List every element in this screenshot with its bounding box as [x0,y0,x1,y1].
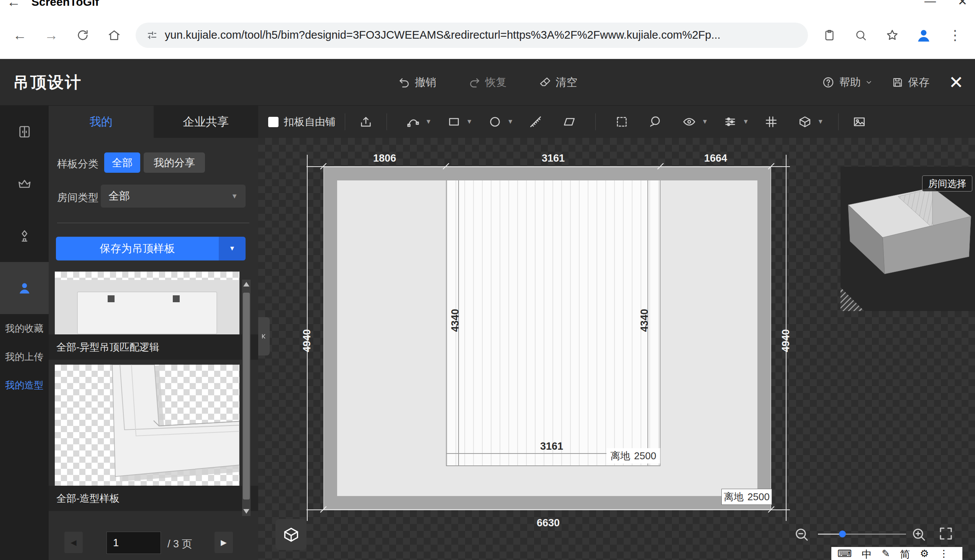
zoom-slider-thumb[interactable] [839,530,846,537]
profile-avatar[interactable] [914,25,933,45]
category-my-share-chip[interactable]: 我的分享 [144,152,205,173]
zoom-slider[interactable] [818,533,906,535]
window-minimize-icon[interactable]: — [925,0,936,8]
vip-crown-icon[interactable] [0,158,49,210]
app-root: ← ScreenToGif — ✕ ← → yun.kujiale.com/to… [0,0,975,560]
dim-inner-left: 4340 [449,298,461,343]
decor-model-icon[interactable] [0,210,49,262]
rail-item-my-models[interactable]: 我的造型 [0,371,49,399]
tab-enterprise-share[interactable]: 企业共享 [153,106,258,138]
chevron-down-icon [865,78,873,86]
window-titlebar: ← ScreenToGif — ✕ [0,0,975,12]
dim-top-mid: 3161 [527,152,580,164]
browser-menu-icon[interactable]: ⋮ [945,25,965,45]
close-icon[interactable]: ✕ [948,72,963,93]
save-as-template-button[interactable]: 保存为吊顶样板 [56,237,219,260]
grid-icon[interactable] [760,110,783,133]
scroll-up-arrow[interactable] [243,282,249,287]
dim-top-right: 1664 [689,152,742,164]
browser-home-icon[interactable] [104,25,124,45]
template-thumbnail-molding[interactable] [55,365,240,486]
ime-settings-icon[interactable]: ⚙ [920,548,928,560]
canvas-toolbar: 扣板自由铺 ▼ ▼ ▼ [258,106,975,138]
levels-tool[interactable]: ▼ [719,110,749,133]
circle-tool[interactable]: ▼ [483,110,514,133]
dim-line-bottom [307,510,790,510]
ime-toolbar[interactable]: ⌨ 中 ✎ 简 ⚙ ⋮ [831,547,962,560]
scrollbar-thumb[interactable] [243,293,250,500]
visibility-tool[interactable]: ▼ [678,110,708,133]
room-select-button[interactable]: 房间选择 [922,175,972,192]
image-icon[interactable] [848,110,871,133]
clipboard-icon[interactable] [820,25,839,45]
scroll-down-arrow[interactable] [243,509,249,513]
fit-screen-icon[interactable] [937,525,955,542]
measure-ruler-icon[interactable] [524,110,547,133]
room-type-value: 全部 [108,189,130,203]
page-number-input[interactable] [107,532,161,554]
chevron-down-icon: ▼ [742,118,749,126]
browser-forward-icon[interactable]: → [42,25,61,45]
save-template-dropdown-arrow[interactable]: ▼ [219,237,245,260]
furniture-library-icon[interactable] [0,106,49,158]
panel-scrollbar[interactable] [242,280,250,516]
redo-button[interactable]: 恢复 [468,75,507,90]
material-tool[interactable]: ▼ [793,110,824,133]
marquee-select-icon[interactable] [610,110,633,133]
help-button[interactable]: 帮助 [822,75,873,90]
chevron-down-icon: ▼ [817,118,824,126]
thumb1-spotlight-right [173,295,180,302]
ime-simplified-toggle[interactable]: 简 [900,548,910,560]
zoom-in-icon[interactable] [910,525,927,543]
toolbar-separator [345,113,345,130]
next-page-button[interactable]: ▶ [215,532,233,553]
save-template-split-button: 保存为吊顶样板 ▼ [56,237,245,260]
rectangle-icon [442,110,465,133]
window-back-icon[interactable]: ← [7,0,21,10]
pen-tool[interactable]: ▼ [402,110,432,133]
chevron-down-icon: ▼ [702,118,708,126]
template-thumbnail-ceiling[interactable] [55,272,240,334]
height-label-inline[interactable]: 离地 2500 [607,448,660,463]
height-label-box[interactable]: 离地 2500 [722,489,772,505]
category-all-chip[interactable]: 全部 [104,152,140,173]
browser-back-icon[interactable]: ← [10,25,30,45]
lasso-icon[interactable] [644,110,667,133]
rail-item-uploads[interactable]: 我的上传 [0,342,49,371]
left-rail: 我的收藏 我的上传 我的造型 [0,106,49,560]
panel-collapse-handle[interactable] [258,317,270,355]
rail-item-favorites[interactable]: 我的收藏 [0,314,49,342]
ime-handwriting-icon[interactable]: ✎ [882,548,890,560]
ime-more-icon[interactable]: ⋮ [939,548,949,560]
site-settings-icon[interactable] [146,30,158,41]
undo-button[interactable]: 撤销 [398,75,437,90]
save-button[interactable]: 保存 [892,75,929,90]
clear-button[interactable]: 清空 [539,75,577,90]
dim-inner-right: 4340 [638,298,650,343]
export-icon[interactable] [354,110,377,133]
browser-reload-icon[interactable] [73,25,93,45]
search-icon[interactable] [851,25,871,45]
url-text[interactable]: yun.kujiale.com/tool/h5/bim?designid=3FO… [165,29,721,42]
prev-page-button[interactable]: ◀ [64,532,83,553]
tab-mine[interactable]: 我的 [49,106,153,138]
zoom-out-icon[interactable] [793,525,810,543]
design-canvas[interactable]: 4340 4340 3161 离地 2500 离地 2500 1806 3161… [258,138,975,560]
address-bar[interactable]: yun.kujiale.com/tool/h5/bim?designid=3FO… [136,23,808,48]
rectangle-tool[interactable]: ▼ [442,110,473,133]
window-close-icon[interactable]: ✕ [958,0,967,8]
my-assets-icon[interactable] [0,262,49,314]
slope-edit-icon[interactable] [558,110,581,133]
free-tile-toggle[interactable]: 扣板自由铺 [268,115,336,129]
dim-line-top [307,166,790,167]
eye-icon [678,110,701,133]
window-title: ScreenToGif [32,0,99,8]
toolbar-separator [595,113,596,130]
ceiling-panel-region[interactable] [446,180,660,466]
view-3d-toggle-button[interactable] [275,519,307,550]
ime-language-mode[interactable]: 中 [862,548,872,560]
room-type-select[interactable]: 全部 ▼ [101,185,245,208]
bookmark-star-icon[interactable] [882,25,902,45]
room-3d-preview[interactable]: 房间选择 [840,167,975,311]
ime-keyboard-icon[interactable]: ⌨ [837,548,852,560]
